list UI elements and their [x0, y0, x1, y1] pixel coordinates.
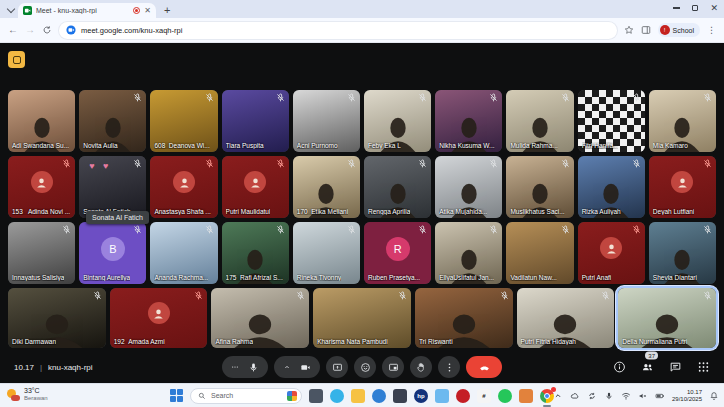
participant-tile[interactable]: Deyah Lutfiani	[649, 156, 716, 218]
taskbar-app-whatsapp[interactable]	[498, 389, 512, 403]
tab-close-icon[interactable]: ✕	[144, 7, 151, 15]
taskbar-app-chrome[interactable]	[540, 389, 554, 403]
volume-icon[interactable]	[638, 391, 648, 401]
participant-tile[interactable]: Anastasya Shafa ...	[150, 156, 217, 218]
browser-tab[interactable]: Meet - knu-xaqh-rpi ✕	[18, 3, 156, 18]
participant-tile[interactable]: Mia Kamaro	[649, 90, 716, 152]
participant-tile[interactable]: 153_ Adinda Novi ...	[8, 156, 75, 218]
extension-overlay-icon[interactable]	[8, 51, 25, 68]
start-button[interactable]	[170, 389, 183, 402]
participant-tile[interactable]: 608_Deanova Wi...	[150, 90, 217, 152]
participant-tile[interactable]: Rengga Aprilia	[364, 156, 431, 218]
tab-search-chevron-icon[interactable]	[6, 4, 16, 14]
taskbar-app-briefcase[interactable]	[393, 389, 407, 403]
taskbar-app-copilot[interactable]	[330, 389, 344, 403]
window-maximize-button[interactable]	[692, 5, 698, 11]
participant-tile[interactable]: EllyaUslifatul Jan...	[435, 222, 502, 284]
participant-tile[interactable]: Tri Riswanti	[415, 288, 513, 348]
camera-button[interactable]	[274, 356, 320, 378]
participant-tile[interactable]: Atika Mujahida...	[435, 156, 502, 218]
window-minimize-button[interactable]	[673, 7, 680, 8]
participant-tile[interactable]: Novita Aulia	[79, 90, 146, 152]
weather-widget[interactable]: 33°C Berawan	[7, 387, 48, 402]
participant-tile[interactable]: Rizka Auliyah	[578, 156, 645, 218]
participant-tile[interactable]: Putri Fitria Hidayah	[517, 288, 615, 348]
taskbar-search[interactable]: Search	[190, 388, 302, 404]
participant-tile[interactable]: Feby Eka L	[364, 90, 431, 152]
tray-chevron-up-icon[interactable]	[553, 391, 563, 401]
taskbar-app-hash-app[interactable]: #	[477, 389, 491, 403]
participant-tile[interactable]: Rineka Tivonny	[293, 222, 360, 284]
audio-options-dots-icon[interactable]	[231, 363, 239, 371]
info-button[interactable]	[613, 361, 626, 374]
notification-bell-icon[interactable]	[709, 391, 719, 401]
participant-tile[interactable]: Vadilatun Naw...	[506, 222, 573, 284]
people-button[interactable]: 37	[641, 361, 654, 374]
raise-hand-button[interactable]	[410, 356, 432, 378]
taskbar-app-task-view[interactable]	[309, 389, 323, 403]
taskbar-app-mcafee[interactable]	[456, 389, 470, 403]
taskbar-app-hp[interactable]: hp	[414, 389, 428, 403]
taskbar-app-edge[interactable]	[372, 389, 386, 403]
participant-tile[interactable]: Kharisma Nata Pambudi	[313, 288, 411, 348]
extension-glyph	[13, 56, 21, 64]
present-screen-button[interactable]	[326, 356, 348, 378]
mic-button[interactable]	[222, 356, 268, 378]
participant-tile[interactable]: ♥ ♥Sonata Al Fatich	[79, 156, 146, 218]
activities-grid-button[interactable]	[697, 361, 710, 374]
taskbar-app-file-explorer[interactable]	[351, 389, 365, 403]
address-bar[interactable]: meet.google.com/knu-xaqh-rpi	[59, 22, 617, 39]
battery-icon[interactable]	[655, 391, 665, 401]
taskbar-app-ms-store[interactable]	[435, 389, 449, 403]
participant-name: Deyah Lutfiani	[653, 208, 695, 215]
tray-clock[interactable]: 10.17 29/10/2025	[672, 389, 702, 403]
mic-off-icon	[62, 225, 71, 234]
sync-icon[interactable]	[587, 391, 597, 401]
wifi-icon[interactable]	[621, 391, 631, 401]
mic-off-icon	[398, 291, 407, 300]
meeting-side-controls: 37	[613, 361, 710, 374]
emoji-reactions-button[interactable]	[354, 356, 376, 378]
chat-button[interactable]	[669, 361, 682, 374]
participant-tile[interactable]: Acni Purnomo	[293, 90, 360, 152]
participant-tile[interactable]: BBintang Aurellya	[79, 222, 146, 284]
participant-tile[interactable]: Afina Rahma	[211, 288, 309, 348]
browser-profile-chip[interactable]: ! School	[658, 23, 700, 37]
participant-tile[interactable]: Tiara Puspita	[222, 90, 289, 152]
participant-tile[interactable]: Nikha Kusuma W...	[435, 90, 502, 152]
participant-tile[interactable]: Muslikhatus Saci...	[506, 156, 573, 218]
browser-menu-icon[interactable]: ⋮	[707, 26, 716, 35]
end-call-button[interactable]	[466, 356, 502, 378]
onedrive-cloud-icon[interactable]	[570, 391, 580, 401]
taskbar-app-orange-files[interactable]	[519, 389, 533, 403]
tray-time: 10.17	[672, 389, 702, 396]
participant-tile[interactable]: 170_Etika Meliani	[293, 156, 360, 218]
mic-off-icon	[296, 291, 305, 300]
avatar	[31, 171, 53, 193]
participant-tile[interactable]: Putri Anafi	[578, 222, 645, 284]
participant-tile[interactable]: Mulida Rahma...	[506, 90, 573, 152]
participant-tile[interactable]: Shevia Diantari	[649, 222, 716, 284]
back-button[interactable]: ←	[8, 25, 18, 35]
video-options-chevron-icon[interactable]	[283, 363, 291, 371]
reload-button[interactable]	[42, 25, 52, 35]
layout-button[interactable]	[382, 356, 404, 378]
participant-tile[interactable]: Diki Darmawan	[8, 288, 106, 348]
participant-tile[interactable]: Adi Swandana Su...	[8, 90, 75, 152]
tray-microphone-icon[interactable]	[604, 391, 614, 401]
forward-button[interactable]: →	[25, 25, 35, 35]
participant-tile[interactable]: Putri Maulidatul	[222, 156, 289, 218]
window-close-button[interactable]: ✕	[710, 4, 718, 13]
participant-tile[interactable]: RRuben Prasetya...	[364, 222, 431, 284]
bookmark-star-icon[interactable]	[624, 25, 634, 35]
more-options-button[interactable]	[438, 356, 460, 378]
participant-tile[interactable]: 192_Amada Azmi	[110, 288, 208, 348]
side-panel-icon[interactable]	[641, 25, 651, 35]
participant-tile[interactable]: Fitri Hanifa...	[578, 90, 645, 152]
participant-tile[interactable]: 175_Rafi Afrizal S...	[222, 222, 289, 284]
new-tab-button[interactable]: +	[164, 5, 170, 16]
mic-off-icon	[276, 159, 285, 168]
participant-tile[interactable]: Ananda Rachma...	[150, 222, 217, 284]
participant-tile[interactable]: Innayatus Salisiya	[8, 222, 75, 284]
participant-tile[interactable]: Della Nurmaliana Putri	[618, 288, 716, 348]
